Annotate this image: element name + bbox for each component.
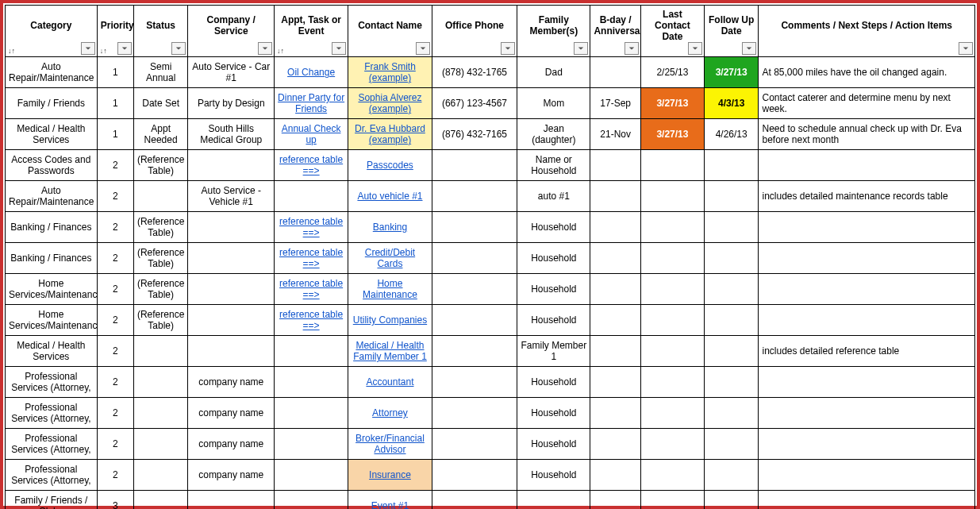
- table-cell[interactable]: Appt Needed: [133, 119, 188, 150]
- table-cell[interactable]: Family / Friends / Clubs: [6, 491, 98, 510]
- table-cell[interactable]: Passcodes: [348, 150, 432, 181]
- table-cell[interactable]: 4/26/13: [704, 119, 759, 150]
- table-cell[interactable]: 2: [97, 398, 133, 429]
- table-cell[interactable]: includes detailed maintenance records ta…: [759, 181, 975, 212]
- table-cell[interactable]: [640, 243, 704, 274]
- table-cell[interactable]: [275, 491, 348, 510]
- table-cell[interactable]: [275, 398, 348, 429]
- table-cell[interactable]: [759, 460, 975, 491]
- table-cell[interactable]: 2: [97, 243, 133, 274]
- table-cell[interactable]: Credit/Debit Cards: [348, 243, 432, 274]
- table-cell[interactable]: [704, 491, 759, 510]
- table-cell[interactable]: Household: [517, 305, 590, 336]
- table-cell[interactable]: [704, 243, 759, 274]
- cell-link[interactable]: Sophia Alverez (example): [358, 92, 421, 114]
- table-cell[interactable]: Oil Change: [275, 57, 348, 88]
- table-cell[interactable]: Household: [517, 274, 590, 305]
- column-header[interactable]: Office Phone: [432, 6, 517, 57]
- cell-link[interactable]: Banking: [373, 222, 407, 233]
- table-cell[interactable]: [432, 491, 517, 510]
- table-cell[interactable]: (667) 123-4567: [432, 88, 517, 119]
- table-cell[interactable]: [704, 274, 759, 305]
- table-cell[interactable]: 2: [97, 305, 133, 336]
- table-cell[interactable]: [275, 429, 348, 460]
- table-cell[interactable]: [432, 212, 517, 243]
- table-cell[interactable]: Household: [517, 398, 590, 429]
- table-cell[interactable]: Auto Repair/Maintenance: [6, 181, 98, 212]
- column-header[interactable]: Follow Up Date: [704, 6, 759, 57]
- sort-indicator-icon[interactable]: ↓↑: [277, 47, 284, 55]
- cell-link[interactable]: Dr. Eva Hubbard (example): [355, 123, 425, 145]
- table-cell[interactable]: [640, 336, 704, 367]
- table-cell[interactable]: Banking: [348, 212, 432, 243]
- table-cell[interactable]: [432, 305, 517, 336]
- table-cell[interactable]: [640, 181, 704, 212]
- table-cell[interactable]: Jean (daughter): [517, 119, 590, 150]
- table-cell[interactable]: [188, 150, 275, 181]
- table-cell[interactable]: [432, 150, 517, 181]
- cell-link[interactable]: Utility Companies: [353, 314, 427, 326]
- table-cell[interactable]: [432, 460, 517, 491]
- table-cell[interactable]: 1: [97, 57, 133, 88]
- table-cell[interactable]: reference table ==>: [275, 305, 348, 336]
- cell-link[interactable]: reference table ==>: [279, 247, 343, 269]
- filter-dropdown-icon[interactable]: [117, 42, 132, 55]
- cell-link[interactable]: reference table ==>: [279, 278, 343, 300]
- cell-link[interactable]: reference table ==>: [279, 154, 343, 176]
- table-cell[interactable]: Home Services/Maintenance: [6, 274, 98, 305]
- table-cell[interactable]: [590, 243, 641, 274]
- column-header[interactable]: Family Member(s): [517, 6, 590, 57]
- table-cell[interactable]: reference table ==>: [275, 212, 348, 243]
- table-cell[interactable]: [133, 460, 188, 491]
- sort-indicator-icon[interactable]: ↓↑: [8, 47, 15, 55]
- table-cell[interactable]: company name: [188, 398, 275, 429]
- table-cell[interactable]: 1: [97, 119, 133, 150]
- filter-dropdown-icon[interactable]: [742, 42, 756, 55]
- filter-dropdown-icon[interactable]: [332, 42, 346, 55]
- table-cell[interactable]: Utility Companies: [348, 305, 432, 336]
- cell-link[interactable]: Broker/Financial Advisor: [355, 433, 425, 455]
- table-cell[interactable]: [517, 491, 590, 510]
- table-cell[interactable]: [640, 460, 704, 491]
- table-cell[interactable]: Medical / Health Services: [6, 336, 98, 367]
- column-header[interactable]: Company / Service: [188, 6, 275, 57]
- cell-link[interactable]: Insurance: [369, 469, 411, 480]
- table-cell[interactable]: Professional Services (Attorney,: [6, 398, 98, 429]
- table-cell[interactable]: [759, 305, 975, 336]
- table-cell[interactable]: 2: [97, 212, 133, 243]
- table-cell[interactable]: Medical / Health Services: [6, 119, 98, 150]
- table-cell[interactable]: [275, 460, 348, 491]
- table-cell[interactable]: Insurance: [348, 460, 432, 491]
- filter-dropdown-icon[interactable]: [81, 42, 95, 55]
- cell-link[interactable]: Medical / Health Family Member 1: [353, 340, 427, 362]
- table-cell[interactable]: 2: [97, 367, 133, 398]
- table-cell[interactable]: [640, 212, 704, 243]
- table-cell[interactable]: 17-Sep: [590, 88, 641, 119]
- table-cell[interactable]: [188, 491, 275, 510]
- table-cell[interactable]: Family / Friends: [6, 88, 98, 119]
- table-cell[interactable]: Contact caterer and determine menu by ne…: [759, 88, 975, 119]
- table-cell[interactable]: [590, 398, 641, 429]
- filter-dropdown-icon[interactable]: [688, 42, 702, 55]
- table-cell[interactable]: [640, 305, 704, 336]
- cell-link[interactable]: Frank Smith (example): [364, 61, 416, 83]
- table-cell[interactable]: Household: [517, 212, 590, 243]
- table-cell[interactable]: Auto Service - Vehicle #1: [188, 181, 275, 212]
- table-cell[interactable]: [759, 398, 975, 429]
- table-cell[interactable]: [432, 243, 517, 274]
- table-cell[interactable]: Family Member 1: [517, 336, 590, 367]
- table-cell[interactable]: [133, 336, 188, 367]
- table-cell[interactable]: [432, 181, 517, 212]
- table-cell[interactable]: Sophia Alverez (example): [348, 88, 432, 119]
- table-cell[interactable]: [590, 212, 641, 243]
- cell-link[interactable]: Annual Check up: [282, 123, 341, 145]
- table-cell[interactable]: [133, 429, 188, 460]
- column-header[interactable]: Contact Name: [348, 6, 432, 57]
- cell-link[interactable]: Credit/Debit Cards: [365, 247, 415, 269]
- table-cell[interactable]: includes detailed reference table: [759, 336, 975, 367]
- table-cell[interactable]: [759, 243, 975, 274]
- table-cell[interactable]: Professional Services (Attorney,: [6, 429, 98, 460]
- table-cell[interactable]: [133, 367, 188, 398]
- table-cell[interactable]: [432, 429, 517, 460]
- filter-dropdown-icon[interactable]: [501, 42, 515, 55]
